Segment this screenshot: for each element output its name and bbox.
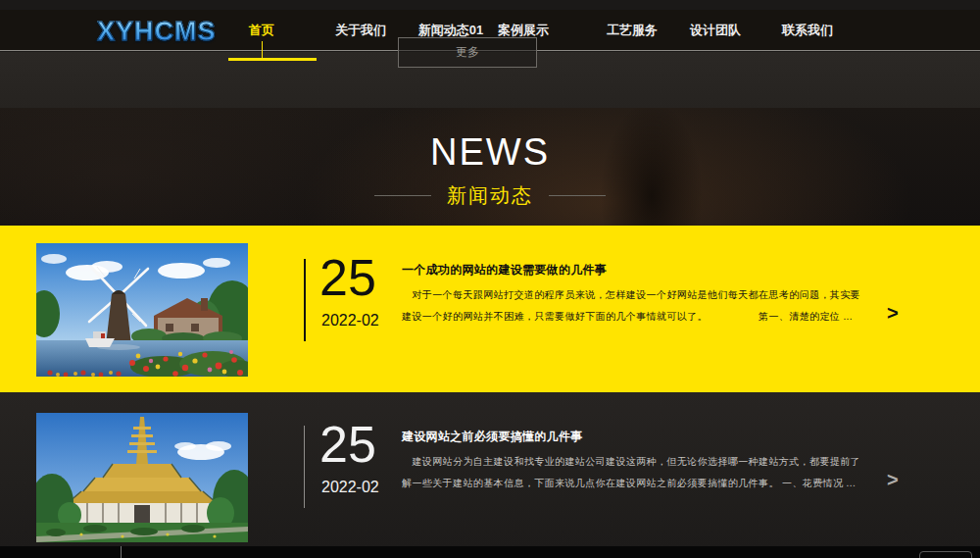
date-divider <box>304 259 306 341</box>
site-logo[interactable]: XYHCMS <box>97 17 217 47</box>
date-divider <box>304 426 305 508</box>
banner-title: NEWS <box>0 131 980 174</box>
news-page: XYHCMS 首页 关于我们 新闻动态01 案例展示 工艺服务 设计团队 联系我… <box>0 0 980 558</box>
news-title[interactable]: 一个成功的网站的建设需要做的几件事 <box>402 262 607 279</box>
news-month: 2022-02 <box>321 312 379 330</box>
back-to-top-button[interactable] <box>919 551 972 558</box>
nav-dropdown-more[interactable]: 更多 <box>398 37 537 68</box>
read-more-arrow-icon[interactable]: > <box>887 469 899 491</box>
active-tab-underline <box>228 58 317 61</box>
nav-item-home[interactable]: 首页 <box>249 22 274 39</box>
news-title[interactable]: 建设网站之前必须要搞懂的几件事 <box>402 429 583 445</box>
nav-item-about[interactable]: 关于我们 <box>335 22 386 39</box>
hero-image-sliver <box>0 0 980 10</box>
banner-subtitle-wrap: 新闻动态 <box>0 182 980 209</box>
news-day: 25 <box>319 251 376 304</box>
dropdown-more-label[interactable]: 更多 <box>456 44 479 61</box>
subtitle-left-rule <box>374 195 431 196</box>
news-photo-windmill[interactable] <box>36 243 248 377</box>
nav-item-contact[interactable]: 联系我们 <box>782 22 833 39</box>
news-excerpt: 建设网站分为自主建设和找专业的建站公司建设这两种，但无论你选择哪一种建站方式，都… <box>402 451 864 494</box>
news-banner: NEWS 新闻动态 <box>0 108 980 226</box>
news-excerpt: 对于一个每天跟网站打交道的程序员来说，怎样建设一个好网站是他们每天都在思考的问题… <box>402 284 864 328</box>
news-day: 25 <box>319 418 376 471</box>
news-row-2[interactable]: 25 2022-02 建设网站之前必须要搞懂的几件事 建设网站分为自主建设和找专… <box>0 392 980 546</box>
news-row-1[interactable]: 25 2022-02 一个成功的网站的建设需要做的几件事 对于一个每天跟网站打交… <box>0 226 980 392</box>
nav-item-services[interactable]: 工艺服务 <box>607 22 658 39</box>
nav-item-team[interactable]: 设计团队 <box>690 22 741 39</box>
news-month: 2022-02 <box>321 479 379 496</box>
banner-subtitle: 新闻动态 <box>447 182 533 209</box>
windmill-lakeside-illustration <box>36 243 248 377</box>
read-more-arrow-icon[interactable]: > <box>887 302 899 325</box>
subtitle-right-rule <box>549 195 606 196</box>
golden-palace-illustration <box>36 413 248 542</box>
news-photo-palace[interactable] <box>36 413 248 542</box>
footer-strip <box>0 546 980 558</box>
footer-divider <box>121 546 122 558</box>
